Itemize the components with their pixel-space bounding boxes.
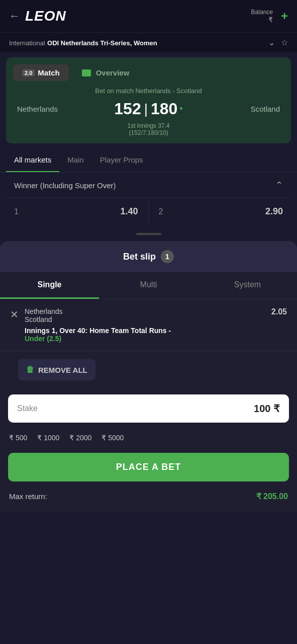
quick-stakes: ₹ 500 ₹ 1000 ₹ 2000 ₹ 5000: [0, 427, 297, 449]
remove-all-section: 🗑 REMOVE ALL: [0, 351, 297, 390]
match-card: 2.0 Match Overview Bet on match Netherla…: [6, 57, 291, 143]
odds-section: Winner (Including Super Over) ⌃ 1 1.40 2…: [6, 173, 291, 225]
score-away: 180: [151, 100, 177, 118]
breadcrumb-prefix: International: [9, 39, 45, 47]
score-home: 152: [114, 100, 141, 118]
remove-all-label: REMOVE ALL: [38, 366, 87, 374]
tab-all-markets[interactable]: All markets: [6, 148, 59, 172]
stake-section: Stake 100 ₹: [8, 394, 289, 423]
breadcrumb: International ODI Netherlands Tri-Series…: [0, 32, 297, 52]
bet-team-line1: Netherlands: [25, 307, 63, 315]
add-funds-button[interactable]: +: [281, 9, 288, 23]
place-bet-button[interactable]: PLACE A BET: [8, 453, 289, 481]
odds-header: Winner (Including Super Over) ⌃: [6, 173, 291, 198]
bet-type-tabs: Single Multi System: [0, 272, 297, 299]
star-icon[interactable]: ☆: [281, 38, 288, 47]
live-dot: •: [179, 104, 182, 114]
bet-item-content: Netherlands Scotland 2.05 Innings 1, Ove…: [25, 307, 287, 343]
stake-label: Stake: [17, 404, 38, 413]
breadcrumb-icons: ⌄ ☆: [268, 38, 288, 47]
odds-value-1: 1.40: [120, 206, 138, 217]
header-right: Balance ₹ +: [251, 9, 288, 24]
drag-handle-bar: [136, 233, 161, 235]
quick-stake-1000[interactable]: ₹ 1000: [37, 434, 59, 442]
match-score-row: Netherlands 152 | 180 • Scotland: [13, 100, 284, 118]
tab-system[interactable]: System: [198, 272, 297, 299]
bet-selection: Under (2.5): [25, 335, 287, 343]
remove-all-button[interactable]: 🗑 REMOVE ALL: [18, 359, 95, 380]
balance-label: Balance: [251, 9, 273, 16]
bet-item: ✕ Netherlands Scotland 2.05 Innings 1, O…: [0, 299, 297, 351]
quick-stake-500[interactable]: ₹ 500: [9, 434, 27, 442]
breadcrumb-text: International ODI Netherlands Tri-Series…: [9, 38, 157, 47]
tab-overview-label: Overview: [96, 68, 130, 77]
chevron-down-icon[interactable]: ⌄: [268, 38, 275, 47]
remove-icon: 🗑: [26, 365, 34, 374]
odds-row: 1 1.40 2 2.90: [6, 198, 291, 225]
bet-teams: Netherlands Scotland: [25, 307, 63, 324]
score-divider: |: [144, 101, 148, 117]
odds-cell-2[interactable]: 2 2.90: [149, 198, 283, 225]
tab-match-label: Match: [38, 68, 59, 77]
back-button[interactable]: ←: [9, 10, 20, 23]
innings-info: 1st innings 37.4 (152/7:180/10): [13, 122, 284, 136]
bet-odds: 2.05: [271, 307, 287, 316]
tab-multi[interactable]: Multi: [99, 272, 198, 299]
bet-item-header: Netherlands Scotland 2.05: [25, 307, 287, 324]
quick-stake-5000[interactable]: ₹ 5000: [102, 434, 124, 442]
odds-label-1: 1: [14, 207, 19, 216]
odds-cell-1[interactable]: 1 1.40: [14, 198, 149, 225]
tab-match-badge: 2.0: [22, 69, 35, 76]
header-left: ← LEON: [9, 8, 66, 24]
match-tabs: 2.0 Match Overview: [13, 64, 284, 81]
logo: LEON: [25, 8, 66, 24]
match-subtitle: Bet on match Netherlands - Scotland: [13, 87, 284, 95]
team-home: Netherlands: [17, 105, 67, 113]
tab-single[interactable]: Single: [0, 272, 99, 299]
drag-handle: [0, 229, 297, 239]
odds-value-2: 2.90: [265, 206, 283, 217]
stake-input[interactable]: Stake 100 ₹: [8, 394, 289, 423]
bet-slip-header: Bet slip 1: [0, 241, 297, 272]
tab-player-props[interactable]: Player Props: [92, 148, 151, 172]
max-return-value: ₹ 205.00: [256, 492, 288, 501]
max-return-label: Max return:: [9, 492, 47, 501]
odds-label-2: 2: [159, 207, 163, 216]
team-away: Scotland: [230, 105, 280, 113]
collapse-icon[interactable]: ⌃: [275, 180, 283, 191]
close-bet-button[interactable]: ✕: [10, 308, 19, 320]
balance-value: ₹: [251, 16, 273, 24]
balance-container: Balance ₹: [251, 9, 273, 24]
bet-team-line2: Scotland: [25, 315, 63, 324]
bet-slip-title: Bet slip: [123, 252, 156, 262]
bet-description: Innings 1, Over 40: Home Team Total Runs…: [25, 327, 287, 335]
bet-slip-container: Bet slip 1 Single Multi System ✕ Netherl…: [0, 241, 297, 511]
markets-tabs: All markets Main Player Props: [0, 148, 297, 173]
odds-title: Winner (Including Super Over): [14, 181, 116, 190]
tab-main[interactable]: Main: [59, 148, 92, 172]
overview-icon: [82, 69, 91, 76]
score-center: 152 | 180 •: [114, 100, 182, 118]
max-return: Max return: ₹ 205.00: [0, 486, 297, 511]
tab-match[interactable]: 2.0 Match: [13, 64, 69, 81]
header: ← LEON Balance ₹ +: [0, 0, 297, 32]
tab-overview[interactable]: Overview: [73, 64, 139, 81]
bet-slip-badge: 1: [161, 250, 174, 263]
quick-stake-2000[interactable]: ₹ 2000: [69, 434, 91, 442]
stake-value: 100 ₹: [254, 403, 280, 415]
breadcrumb-title: ODI Netherlands Tri-Series, Women: [47, 39, 157, 47]
